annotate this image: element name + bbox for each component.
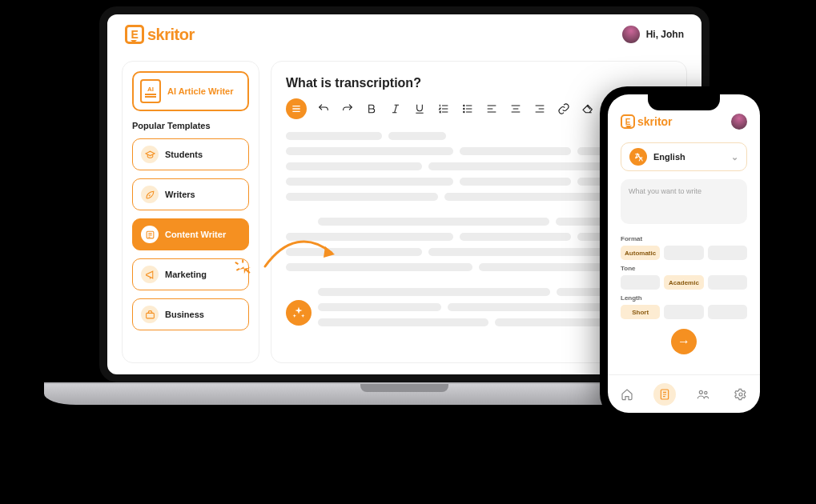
writers-icon — [141, 186, 159, 203]
header: E skritor Hi, John — [107, 14, 701, 54]
tone-chip-academic[interactable]: Academic — [664, 275, 703, 290]
phone-bottom-nav — [608, 374, 760, 413]
content-writer-icon — [141, 226, 159, 243]
align-right-icon[interactable] — [533, 102, 547, 115]
generate-button[interactable]: → — [671, 329, 697, 354]
align-left-icon[interactable] — [484, 102, 499, 115]
template-label: Content Writer — [165, 230, 226, 239]
svg-point-39 — [704, 391, 706, 394]
length-chip-short[interactable]: Short — [621, 305, 660, 319]
underline-icon[interactable] — [412, 102, 427, 115]
prompt-placeholder: What you want to write — [629, 187, 701, 195]
nav-home-icon[interactable] — [616, 383, 638, 406]
bullet-list-icon[interactable] — [460, 102, 475, 115]
bold-icon[interactable] — [364, 102, 379, 115]
logo-mark-icon: E — [125, 25, 144, 44]
format-chip[interactable] — [708, 246, 747, 260]
ai-generate-fab[interactable] — [286, 300, 312, 326]
editor-title: What is transcription? — [286, 76, 672, 90]
length-chip[interactable] — [664, 305, 703, 319]
erase-icon[interactable] — [581, 102, 595, 115]
tone-chip[interactable] — [708, 275, 747, 290]
link-icon[interactable] — [557, 102, 571, 115]
students-icon — [141, 146, 159, 163]
svg-point-19 — [464, 108, 464, 109]
svg-point-38 — [699, 390, 702, 394]
phone-brand-name: skritor — [637, 115, 673, 128]
language-label: English — [653, 152, 685, 162]
template-label: Students — [165, 150, 203, 159]
undo-icon[interactable] — [316, 102, 331, 115]
template-label: Marketing — [165, 270, 207, 279]
brand-logo[interactable]: E skritor — [125, 25, 195, 44]
tone-label: Tone — [621, 265, 747, 272]
template-label: Business — [165, 310, 204, 319]
format-chip-automatic[interactable]: Automatic — [621, 246, 660, 260]
phone-screen: E skritor English ⌄ What you want to wri… — [608, 94, 760, 413]
length-chip[interactable] — [708, 305, 747, 319]
svg-line-10 — [395, 105, 397, 112]
phone-mockup: E skritor English ⌄ What you want to wri… — [600, 86, 768, 421]
avatar — [622, 26, 640, 43]
language-selector[interactable]: English ⌄ — [621, 142, 747, 171]
chevron-down-icon: ⌄ — [731, 152, 738, 162]
format-chip[interactable] — [664, 246, 703, 260]
nav-settings-icon[interactable] — [730, 383, 752, 406]
template-business[interactable]: Business — [132, 298, 249, 330]
prompt-input[interactable]: What you want to write — [621, 179, 747, 224]
ordered-list-icon[interactable] — [436, 102, 451, 115]
phone-brand-logo[interactable]: E skritor — [621, 114, 673, 129]
svg-point-20 — [464, 111, 464, 112]
template-students[interactable]: Students — [132, 138, 249, 170]
svg-point-40 — [739, 393, 742, 396]
brand-name: skritor — [147, 26, 195, 44]
menu-icon[interactable] — [286, 98, 307, 119]
ai-writer-label: AI Article Writer — [167, 86, 234, 96]
length-options: Short — [621, 305, 747, 319]
svg-rect-4 — [146, 313, 154, 318]
ai-article-writer-card[interactable]: AI AI Article Writer — [132, 71, 249, 111]
format-options: Automatic — [621, 246, 747, 260]
nav-documents-icon[interactable] — [653, 383, 676, 406]
nav-team-icon[interactable] — [692, 383, 714, 406]
template-content-writer[interactable]: Content Writer — [132, 218, 249, 250]
italic-icon[interactable] — [388, 102, 403, 115]
logo-mark-icon: E — [621, 114, 635, 129]
user-chip[interactable]: Hi, John — [622, 26, 684, 43]
marketing-icon — [141, 266, 159, 283]
popular-templates-title: Popular Templates — [132, 121, 249, 130]
svg-point-18 — [464, 105, 464, 106]
tone-chip[interactable] — [621, 275, 660, 290]
length-label: Length — [621, 294, 747, 302]
phone-avatar[interactable] — [731, 114, 747, 130]
translate-icon — [629, 148, 647, 166]
template-writers[interactable]: Writers — [132, 178, 249, 210]
format-label: Format — [621, 235, 747, 242]
tone-options: Academic — [621, 275, 747, 290]
template-label: Writers — [165, 190, 195, 199]
business-icon — [141, 306, 159, 323]
sidebar: AI AI Article Writer Popular Templates S… — [122, 61, 259, 363]
greeting: Hi, John — [646, 29, 684, 40]
align-center-icon[interactable] — [508, 102, 523, 115]
ai-doc-icon: AI — [140, 79, 161, 103]
redo-icon[interactable] — [340, 102, 355, 115]
template-marketing[interactable]: Marketing — [132, 258, 249, 290]
